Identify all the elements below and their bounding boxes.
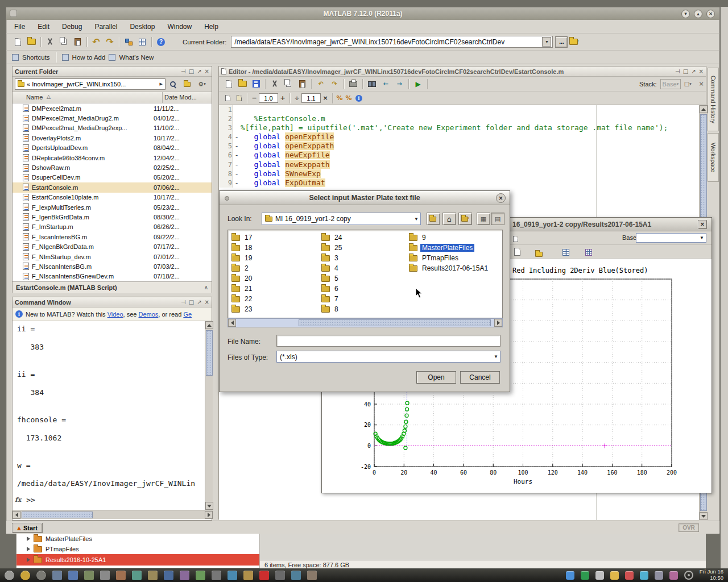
cell-multiplier-field[interactable]: 1.1 — [301, 93, 321, 103]
dialog-folder-item[interactable]: 8 — [321, 304, 407, 314]
menu-help[interactable]: Help — [204, 23, 218, 31]
dialog-folder-item[interactable]: 5 — [321, 273, 407, 284]
app-icon[interactable] — [228, 571, 237, 580]
close-icon[interactable]: × — [205, 300, 209, 305]
evaluate-cell-advance-button[interactable]: % — [344, 93, 353, 103]
open-button[interactable]: Open — [416, 371, 456, 384]
file-row[interactable]: DMPexcel2mat_MediaDrug2exp...11/10/2... — [13, 123, 212, 133]
tab-command-history[interactable]: Command History — [708, 68, 719, 131]
app-icon[interactable] — [132, 571, 142, 580]
current-folder-panel-header[interactable]: Current Folder ⊣ □ ↗ × — [13, 66, 212, 77]
redo-button[interactable]: ↷ — [103, 35, 117, 48]
maximize-icon[interactable]: □ — [189, 69, 194, 74]
launcher-icon[interactable] — [20, 571, 30, 580]
dock-icon[interactable]: ⊣ — [181, 69, 186, 74]
scroll-up-button[interactable] — [700, 105, 708, 113]
app-icon[interactable] — [100, 571, 110, 580]
multiply-value-button[interactable]: × — [321, 93, 330, 103]
app-icon[interactable] — [307, 571, 317, 580]
alert-app-icon[interactable] — [259, 571, 269, 580]
taskbar-clock[interactable]: Fri Jun 16 10:50 — [700, 569, 723, 581]
column-header-name[interactable]: Name — [26, 94, 43, 101]
app-icon[interactable] — [164, 571, 173, 580]
save-button[interactable] — [249, 77, 263, 90]
dialog-folder-item[interactable]: 19 — [231, 253, 317, 263]
help-button[interactable]: ? — [154, 35, 168, 48]
dialog-folder-item[interactable]: 7 — [321, 294, 407, 304]
close-document-button[interactable]: × — [694, 77, 708, 90]
undo-button[interactable]: ↶ — [89, 35, 103, 48]
combo-dropdown-icon[interactable]: ▼ — [542, 37, 551, 47]
shortcut-whats-new[interactable]: What's New — [119, 54, 154, 61]
dialog-folder-item[interactable]: PTmapFiles — [409, 253, 502, 263]
go-forward-button[interactable]: → — [392, 77, 406, 90]
cell-info-button[interactable]: i — [353, 92, 365, 105]
undock-icon[interactable]: ↗ — [197, 69, 201, 74]
dock-icon[interactable]: ⊣ — [675, 69, 680, 74]
command-vertical-scrollbar[interactable] — [205, 321, 213, 510]
tray-icon[interactable] — [566, 571, 574, 580]
tray-icon[interactable] — [640, 571, 648, 580]
matlab-titlebar[interactable]: MATLAB 7.12.0 (R2011a) ▾ ▴ × — [6, 7, 719, 20]
app-icon[interactable] — [116, 571, 126, 580]
dialog-folder-item[interactable]: MasterPlateFiles — [409, 243, 502, 253]
new-file-button[interactable] — [11, 35, 24, 48]
dialog-folder-item[interactable]: 9 — [409, 232, 502, 243]
open-file-button[interactable] — [24, 35, 38, 48]
command-window-header[interactable]: Command Window ⊣ □ ↗ × — [13, 297, 212, 307]
close-button[interactable]: × — [496, 193, 506, 203]
editor-header[interactable]: Editor - /media/data/EASY/InovImager_jwr… — [219, 66, 706, 77]
copy-button[interactable] — [57, 35, 71, 48]
tray-icon[interactable] — [581, 571, 589, 580]
tab-workspace[interactable]: Workspace — [708, 133, 719, 182]
file-row[interactable]: EstartConsole10plate.m10/17/2... — [13, 193, 212, 202]
scroll-left-button[interactable] — [228, 319, 236, 327]
minimize-button[interactable]: ▾ — [681, 10, 690, 18]
breadcrumb-expand-icon[interactable]: ▶ — [160, 82, 163, 86]
dialog-folder-item[interactable]: 24 — [321, 232, 407, 243]
code-line[interactable]: 2 %EstartConsole.m — [219, 114, 699, 123]
close-button[interactable]: × — [698, 220, 707, 229]
file-row[interactable]: F_NImStartup_dev.m07/01/2... — [13, 252, 212, 261]
undock-icon[interactable]: ↗ — [691, 69, 696, 74]
code-line[interactable]: 1 — [219, 105, 699, 114]
close-icon[interactable]: × — [205, 69, 209, 74]
code-line[interactable]: 8- global SWnewExp — [219, 169, 699, 178]
new-file-button[interactable] — [222, 77, 235, 90]
maximize-button[interactable]: ▴ — [694, 10, 702, 18]
shortcuts-label[interactable]: Shortcuts — [22, 54, 50, 61]
command-horizontal-scrollbar[interactable] — [13, 510, 213, 519]
browse-folder-button[interactable]: ... — [555, 36, 568, 48]
command-prompt-row[interactable]: fx >> — [17, 496, 205, 504]
menu-edit[interactable]: Edit — [38, 23, 49, 31]
demos-link[interactable]: Demos — [139, 311, 159, 318]
tray-icon[interactable] — [669, 571, 678, 580]
column-divider[interactable] — [162, 92, 163, 103]
file-row[interactable]: DMPexcel2mat.m11/11/2... — [13, 103, 212, 113]
maximize-icon[interactable]: □ — [189, 300, 194, 305]
code-line[interactable]: 3%[file,path] = uiputfile('.mat','Create… — [219, 123, 699, 132]
file-list-column-headers[interactable]: Name △ Date Mod... — [13, 92, 212, 103]
file-row[interactable]: F_NIscanIntensBGnewDev.m07/18/2... — [13, 272, 212, 281]
tray-icon[interactable] — [655, 571, 663, 580]
up-folder-button[interactable]: ↑ — [568, 35, 581, 48]
up-one-level-button[interactable]: ↑ — [427, 213, 440, 225]
dialog-folder-item[interactable]: 21 — [231, 284, 317, 294]
dialog-folder-item[interactable]: 4 — [321, 263, 407, 273]
go-back-button[interactable]: ← — [379, 77, 392, 90]
code-line[interactable]: 5- global openExppath — [219, 142, 699, 151]
app-icon[interactable] — [148, 571, 158, 580]
file-row[interactable]: F_IscanIntensBG.m09/22/2... — [13, 232, 212, 242]
redo-button[interactable]: ↷ — [328, 77, 341, 90]
dialog-folder-item[interactable]: 20 — [231, 273, 317, 284]
run-button[interactable]: ▶ — [411, 77, 425, 90]
evaluate-cell-button[interactable]: % — [335, 93, 344, 103]
menu-swirl-icon[interactable] — [684, 571, 693, 580]
file-row[interactable]: DReplicate96to384conv.m12/04/2... — [13, 153, 212, 163]
app-icon[interactable] — [275, 571, 285, 580]
paste-button[interactable] — [71, 35, 84, 48]
dialog-titlebar[interactable]: Select input Master Plate text file — [220, 191, 510, 205]
app-icon[interactable] — [212, 571, 221, 580]
file-row[interactable]: F_NIscanIntensBG.m07/03/2... — [13, 261, 212, 271]
scroll-down-button[interactable] — [700, 512, 708, 520]
